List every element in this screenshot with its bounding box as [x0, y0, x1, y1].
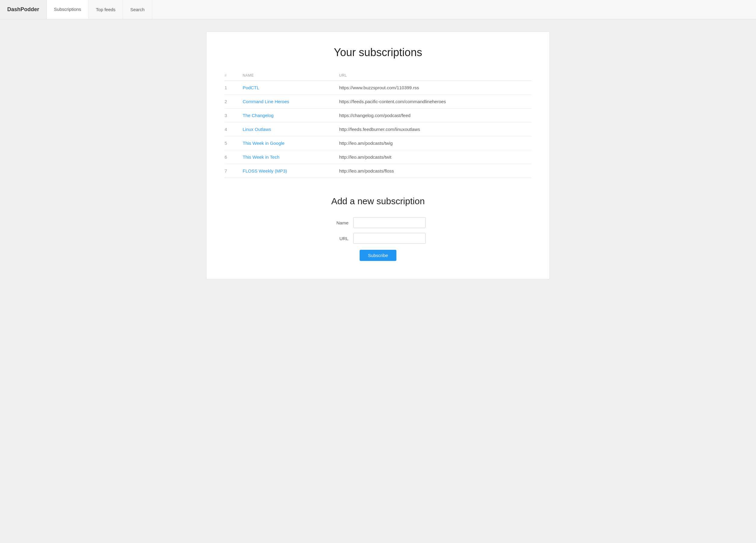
- row-name: This Week in Google: [243, 136, 339, 150]
- subscriptions-table: # NAME URL 1PodCTLhttps://www.buzzsprout…: [225, 71, 531, 178]
- table-header-row: # NAME URL: [225, 71, 531, 81]
- name-label: Name: [330, 220, 348, 225]
- subscription-link[interactable]: Command Line Heroes: [243, 99, 289, 104]
- row-url: http://leo.am/podcasts/floss: [339, 164, 531, 178]
- navbar: DashPodder Subscriptions Top feeds Searc…: [0, 0, 756, 19]
- row-num: 1: [225, 81, 243, 95]
- subscription-link[interactable]: This Week in Google: [243, 140, 285, 146]
- navbar-links: Subscriptions Top feeds Search: [47, 0, 152, 19]
- row-name: This Week in Tech: [243, 150, 339, 164]
- nav-top-feeds[interactable]: Top feeds: [89, 0, 123, 19]
- row-url: https://feeds.pacific-content.com/comman…: [339, 95, 531, 109]
- row-url: https://www.buzzsprout.com/110399.rss: [339, 81, 531, 95]
- add-subscription-title: Add a new subscription: [225, 196, 531, 206]
- table-row: 2Command Line Heroeshttps://feeds.pacifi…: [225, 95, 531, 109]
- url-text: http://leo.am/podcasts/twit: [339, 154, 391, 159]
- table-row: 7FLOSS Weekly (MP3)http://leo.am/podcast…: [225, 164, 531, 178]
- app-brand: DashPodder: [0, 0, 47, 19]
- row-name: The Changelog: [243, 109, 339, 122]
- row-num: 3: [225, 109, 243, 122]
- nav-subscriptions[interactable]: Subscriptions: [47, 0, 89, 19]
- row-num: 6: [225, 150, 243, 164]
- url-form-group: URL: [225, 233, 531, 244]
- row-num: 5: [225, 136, 243, 150]
- row-url: http://leo.am/podcasts/twig: [339, 136, 531, 150]
- row-name: Linux Outlaws: [243, 122, 339, 136]
- name-input[interactable]: [353, 217, 426, 228]
- nav-subscriptions-label: Subscriptions: [54, 7, 81, 12]
- nav-top-feeds-label: Top feeds: [96, 7, 115, 12]
- col-header-name: NAME: [243, 71, 339, 81]
- row-name: FLOSS Weekly (MP3): [243, 164, 339, 178]
- row-name: Command Line Heroes: [243, 95, 339, 109]
- table-row: 6This Week in Techhttp://leo.am/podcasts…: [225, 150, 531, 164]
- main-card: Your subscriptions # NAME URL 1PodCTLhtt…: [206, 31, 550, 280]
- subscription-link[interactable]: This Week in Tech: [243, 154, 279, 159]
- subscribe-btn-wrapper: Subscribe: [225, 250, 531, 261]
- row-url: http://feeds.feedburner.com/linuxoutlaws: [339, 122, 531, 136]
- subscription-link[interactable]: Linux Outlaws: [243, 127, 271, 132]
- row-name: PodCTL: [243, 81, 339, 95]
- subscription-link[interactable]: The Changelog: [243, 113, 274, 118]
- subscription-link[interactable]: PodCTL: [243, 85, 259, 90]
- url-input[interactable]: [353, 233, 426, 244]
- url-label: URL: [330, 236, 348, 241]
- url-text: https://changelog.com/podcast/feed: [339, 113, 411, 118]
- row-num: 2: [225, 95, 243, 109]
- name-form-group: Name: [225, 217, 531, 228]
- url-text: http://leo.am/podcasts/twig: [339, 140, 393, 146]
- subscriptions-title: Your subscriptions: [225, 46, 531, 59]
- subscribe-button[interactable]: Subscribe: [360, 250, 397, 261]
- nav-search[interactable]: Search: [123, 0, 152, 19]
- url-text: https://feeds.pacific-content.com/comman…: [339, 99, 446, 104]
- row-num: 7: [225, 164, 243, 178]
- url-text: http://feeds.feedburner.com/linuxoutlaws: [339, 127, 420, 132]
- subscription-link[interactable]: FLOSS Weekly (MP3): [243, 168, 287, 173]
- col-header-num: #: [225, 71, 243, 81]
- table-row: 4Linux Outlawshttp://feeds.feedburner.co…: [225, 122, 531, 136]
- url-text: http://leo.am/podcasts/floss: [339, 168, 394, 173]
- col-header-url: URL: [339, 71, 531, 81]
- page-wrapper: Your subscriptions # NAME URL 1PodCTLhtt…: [0, 19, 756, 292]
- row-url: https://changelog.com/podcast/feed: [339, 109, 531, 122]
- nav-search-label: Search: [130, 7, 145, 12]
- table-row: 1PodCTLhttps://www.buzzsprout.com/110399…: [225, 81, 531, 95]
- row-url: http://leo.am/podcasts/twit: [339, 150, 531, 164]
- url-text: https://www.buzzsprout.com/110399.rss: [339, 85, 419, 90]
- table-row: 3The Changeloghttps://changelog.com/podc…: [225, 109, 531, 122]
- table-row: 5This Week in Googlehttp://leo.am/podcas…: [225, 136, 531, 150]
- brand-label: DashPodder: [7, 6, 39, 13]
- row-num: 4: [225, 122, 243, 136]
- add-subscription-section: Add a new subscription Name URL Subscrib…: [225, 196, 531, 261]
